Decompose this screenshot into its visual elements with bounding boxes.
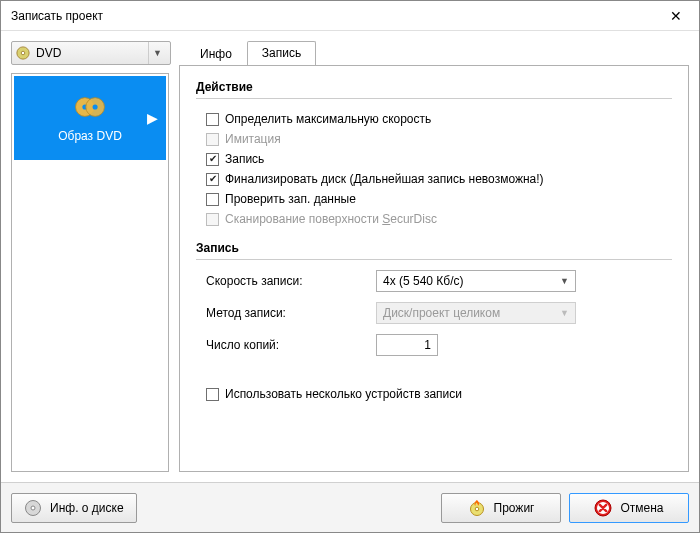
titlebar: Записать проект ✕ (1, 1, 699, 31)
burn-icon (468, 499, 486, 517)
check-finalize-row: ✔ Финализировать диск (Дальнейшая запись… (196, 169, 672, 189)
section-write-title: Запись (196, 241, 672, 260)
check-simulate-box (206, 133, 219, 146)
chevron-down-icon: ▼ (560, 308, 569, 318)
sidebar: Образ DVD ▶ (11, 73, 169, 472)
check-write-label: Запись (225, 152, 264, 166)
svg-point-5 (93, 104, 98, 109)
check-simulate-label: Имитация (225, 132, 281, 146)
copies-cell: 1 (376, 334, 576, 356)
check-verify-box[interactable] (206, 193, 219, 206)
check-simulate-row: Имитация (196, 129, 672, 149)
tab-write[interactable]: Запись (247, 41, 316, 66)
toolbar-row: DVD ▼ Инфо Запись (1, 31, 699, 65)
speed-select-value: 4x (5 540 Кб/с) (383, 274, 464, 288)
burn-project-dialog: Записать проект ✕ DVD ▼ Инфо Запись (0, 0, 700, 533)
write-settings-grid: Скорость записи: 4x (5 540 Кб/с) ▼ Метод… (196, 270, 672, 356)
check-multi-recorder-label: Использовать несколько устройств записи (225, 387, 462, 401)
check-finalize-label: Финализировать диск (Дальнейшая запись н… (225, 172, 544, 186)
close-button[interactable]: ✕ (653, 1, 699, 31)
svg-point-9 (475, 507, 479, 511)
copies-label: Число копий: (206, 338, 376, 352)
check-surface-scan-label: Сканирование поверхности SecurDisc (225, 212, 437, 226)
dvd-image-icon (73, 93, 107, 121)
check-write-row: ✔ Запись (196, 149, 672, 169)
svg-point-7 (31, 506, 35, 510)
play-icon: ▶ (147, 110, 158, 126)
method-label: Метод записи: (206, 306, 376, 320)
speed-label: Скорость записи: (206, 274, 376, 288)
burn-button[interactable]: Прожиг (441, 493, 561, 523)
footer: Инф. о диске Прожиг Отмена (1, 482, 699, 532)
method-select: Диск/проект целиком ▼ (376, 302, 576, 324)
disc-info-button[interactable]: Инф. о диске (11, 493, 137, 523)
check-verify-row: Проверить зап. данные (196, 189, 672, 209)
main-panel: Действие Определить максимальную скорост… (179, 65, 689, 472)
cancel-icon (594, 499, 612, 517)
disc-icon (16, 46, 30, 60)
sidebar-item-label: Образ DVD (58, 129, 122, 143)
close-icon: ✕ (670, 8, 682, 24)
check-finalize-box[interactable]: ✔ (206, 173, 219, 186)
chevron-down-icon: ▼ (560, 276, 569, 286)
check-multi-recorder-row: Использовать несколько устройств записи (196, 384, 672, 404)
cancel-label: Отмена (620, 501, 663, 515)
drive-selector-value: DVD (36, 46, 142, 60)
check-surface-scan-row: Сканирование поверхности SecurDisc (196, 209, 672, 229)
disc-info-icon (24, 499, 42, 517)
section-action-title: Действие (196, 80, 672, 99)
tabstrip: Инфо Запись (185, 39, 316, 65)
window-title: Записать проект (11, 9, 103, 23)
check-verify-label: Проверить зап. данные (225, 192, 356, 206)
check-write-box[interactable]: ✔ (206, 153, 219, 166)
check-surface-scan-box (206, 213, 219, 226)
dialog-body: Образ DVD ▶ Действие Определить максимал… (1, 65, 699, 482)
svg-point-1 (21, 51, 25, 55)
speed-select[interactable]: 4x (5 540 Кб/с) ▼ (376, 270, 576, 292)
burn-label: Прожиг (494, 501, 535, 515)
copies-value: 1 (424, 338, 431, 352)
chevron-down-icon: ▼ (148, 42, 166, 64)
check-max-speed-row: Определить максимальную скорость (196, 109, 672, 129)
check-multi-recorder-box[interactable] (206, 388, 219, 401)
disc-info-label: Инф. о диске (50, 501, 124, 515)
sidebar-item-dvd-image[interactable]: Образ DVD ▶ (14, 76, 166, 160)
cancel-button[interactable]: Отмена (569, 493, 689, 523)
check-max-speed-label: Определить максимальную скорость (225, 112, 431, 126)
check-max-speed-box[interactable] (206, 113, 219, 126)
tab-info[interactable]: Инфо (185, 42, 247, 66)
copies-input[interactable]: 1 (376, 334, 438, 356)
drive-selector[interactable]: DVD ▼ (11, 41, 171, 65)
method-select-value: Диск/проект целиком (383, 306, 500, 320)
